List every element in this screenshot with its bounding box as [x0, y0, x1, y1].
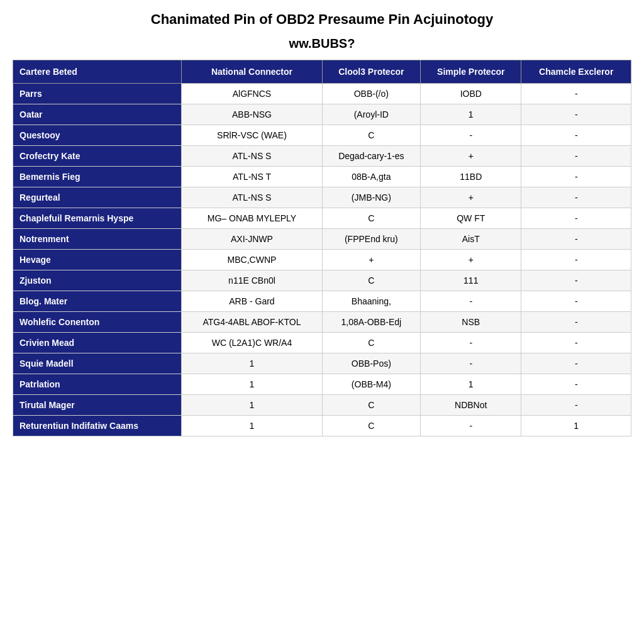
cell-13-3: - — [421, 353, 521, 374]
col-header-1: Cartere Beted — [13, 60, 182, 84]
cell-2-1: SRlR-VSC (WAE) — [182, 125, 322, 146]
cell-9-0: Zjuston — [13, 270, 182, 291]
col-header-3: Clool3 Protecor — [322, 60, 420, 84]
cell-14-0: Patrlation — [13, 374, 182, 395]
table-row: OatarABB-NSG(Aroyl-ID1- — [13, 104, 631, 125]
table-row: NotrenmentAXI-JNWP(FPPEnd kru)AisT- — [13, 229, 631, 250]
cell-6-0: Chaplefuil Remarnis Hyspe — [13, 208, 182, 229]
cell-15-0: Tirutal Mager — [13, 395, 182, 416]
table-row: Crofectry KateATL-NS SDegad-cary-1-es+- — [13, 146, 631, 167]
cell-8-1: MBC,CWNP — [182, 250, 322, 270]
cell-12-0: Crivien Mead — [13, 333, 182, 353]
cell-16-1: 1 — [182, 416, 322, 436]
cell-15-4: - — [521, 395, 631, 416]
cell-5-2: (JMB-NG) — [322, 187, 420, 208]
cell-0-3: IOBD — [421, 84, 521, 104]
cell-2-0: Questooy — [13, 125, 182, 146]
cell-8-4: - — [521, 250, 631, 270]
cell-12-4: - — [521, 333, 631, 353]
cell-14-3: 1 — [421, 374, 521, 395]
cell-11-0: Wohlefic Conenton — [13, 312, 182, 333]
cell-9-4: - — [521, 270, 631, 291]
table-row: QuestooySRlR-VSC (WAE)C-- — [13, 125, 631, 146]
cell-11-4: - — [521, 312, 631, 333]
cell-4-3: 11BD — [421, 167, 521, 187]
cell-4-0: Bemernis Fieg — [13, 167, 182, 187]
cell-4-1: ATL-NS T — [182, 167, 322, 187]
cell-14-4: - — [521, 374, 631, 395]
cell-11-1: ATG4-4ABL ABOF-KTOL — [182, 312, 322, 333]
cell-2-2: C — [322, 125, 420, 146]
table-row: Tirutal Mager1CNDBNot- — [13, 395, 631, 416]
cell-4-2: 08B-A,gta — [322, 167, 420, 187]
cell-16-2: C — [322, 416, 420, 436]
table-row: Bemernis FiegATL-NS T08B-A,gta11BD- — [13, 167, 631, 187]
cell-3-0: Crofectry Kate — [13, 146, 182, 167]
cell-3-2: Degad-cary-1-es — [322, 146, 420, 167]
cell-1-4: - — [521, 104, 631, 125]
cell-14-2: (OBB-M4) — [322, 374, 420, 395]
cell-8-0: Hevage — [13, 250, 182, 270]
col-header-5: Chamcle Excleror — [521, 60, 631, 84]
cell-9-2: C — [322, 270, 420, 291]
cell-7-4: - — [521, 229, 631, 250]
cell-10-0: Blog. Mater — [13, 291, 182, 312]
cell-10-4: - — [521, 291, 631, 312]
cell-6-1: MG– ONAB MYLEPLY — [182, 208, 322, 229]
cell-7-3: AisT — [421, 229, 521, 250]
cell-6-3: QW FT — [421, 208, 521, 229]
table-row: ParrsAlGFNCSOBB-(/o)IOBD- — [13, 84, 631, 104]
cell-3-4: - — [521, 146, 631, 167]
cell-1-1: ABB-NSG — [182, 104, 322, 125]
cell-5-1: ATL-NS S — [182, 187, 322, 208]
cell-8-2: + — [322, 250, 420, 270]
cell-11-2: 1,08A-OBB-Edj — [322, 312, 420, 333]
table-row: Squie Madell1OBB-Pos)-- — [13, 353, 631, 374]
cell-14-1: 1 — [182, 374, 322, 395]
cell-6-4: - — [521, 208, 631, 229]
cell-12-1: WC (L2A1)C WR/A4 — [182, 333, 322, 353]
cell-15-2: C — [322, 395, 420, 416]
cell-13-2: OBB-Pos) — [322, 353, 420, 374]
table-row: HevageMBC,CWNP++- — [13, 250, 631, 270]
cell-16-0: Returentiun Indifatiw Caams — [13, 416, 182, 436]
cell-1-2: (Aroyl-ID — [322, 104, 420, 125]
cell-13-0: Squie Madell — [13, 353, 182, 374]
table-row: Blog. MaterARB - GardBhaaning,-- — [13, 291, 631, 312]
cell-10-3: - — [421, 291, 521, 312]
cell-12-2: C — [322, 333, 420, 353]
page-wrapper: Chanimated Pin of OBD2 Presaume Pin Acju… — [0, 0, 644, 455]
cell-5-3: + — [421, 187, 521, 208]
cell-15-1: 1 — [182, 395, 322, 416]
table-row: RegurtealATL-NS S(JMB-NG)+- — [13, 187, 631, 208]
cell-0-4: - — [521, 84, 631, 104]
cell-5-4: - — [521, 187, 631, 208]
cell-7-0: Notrenment — [13, 229, 182, 250]
cell-0-0: Parrs — [13, 84, 182, 104]
cell-6-2: C — [322, 208, 420, 229]
cell-4-4: - — [521, 167, 631, 187]
cell-9-1: n11E CBn0l — [182, 270, 322, 291]
cell-16-4: 1 — [521, 416, 631, 436]
cell-11-3: NSB — [421, 312, 521, 333]
cell-5-0: Regurteal — [13, 187, 182, 208]
cell-12-3: - — [421, 333, 521, 353]
cell-15-3: NDBNot — [421, 395, 521, 416]
cell-13-4: - — [521, 353, 631, 374]
col-header-4: Simple Protecor — [421, 60, 521, 84]
cell-7-1: AXI-JNWP — [182, 229, 322, 250]
table-header-row: Cartere Beted National Connector Clool3 … — [13, 60, 631, 84]
cell-0-2: OBB-(/o) — [322, 84, 420, 104]
cell-16-3: - — [421, 416, 521, 436]
cell-2-4: - — [521, 125, 631, 146]
cell-13-1: 1 — [182, 353, 322, 374]
cell-3-3: + — [421, 146, 521, 167]
cell-10-2: Bhaaning, — [322, 291, 420, 312]
cell-9-3: 111 — [421, 270, 521, 291]
table-row: Chaplefuil Remarnis HyspeMG– ONAB MYLEPL… — [13, 208, 631, 229]
col-header-2: National Connector — [182, 60, 322, 84]
cell-2-3: - — [421, 125, 521, 146]
page-title: Chanimated Pin of OBD2 Presaume Pin Acju… — [13, 6, 631, 33]
cell-1-0: Oatar — [13, 104, 182, 125]
cell-10-1: ARB - Gard — [182, 291, 322, 312]
